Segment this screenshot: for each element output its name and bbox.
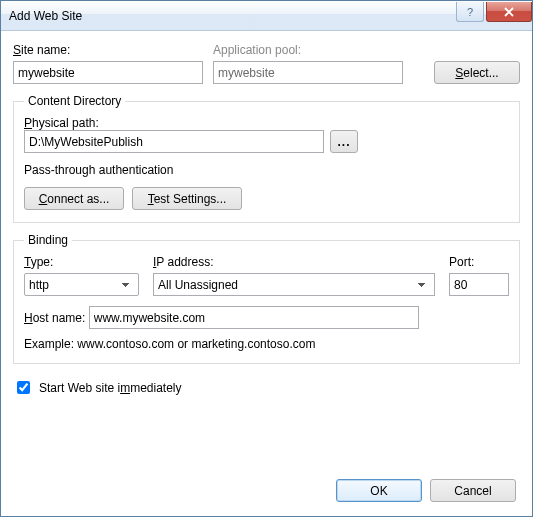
dialog-window: Add Web Site ? Site name: Application po…	[0, 0, 533, 517]
ip-label: IP address:	[153, 255, 435, 269]
connect-as-button[interactable]: Connect as...	[24, 187, 124, 210]
dialog-body: Site name: Application pool: Select... C…	[1, 31, 532, 516]
cancel-button[interactable]: Cancel	[430, 479, 516, 502]
close-icon	[504, 7, 514, 17]
titlebar-buttons: ?	[454, 1, 532, 30]
passthrough-label: Pass-through authentication	[24, 163, 509, 177]
binding-legend: Binding	[24, 233, 72, 247]
titlebar: Add Web Site ?	[1, 1, 532, 31]
ip-address-select[interactable]: All Unassigned	[153, 273, 435, 296]
select-app-pool-button[interactable]: Select...	[434, 61, 520, 84]
site-name-input[interactable]	[13, 61, 203, 84]
host-example-text: Example: www.contoso.com or marketing.co…	[24, 337, 509, 351]
start-immediately-checkbox[interactable]	[17, 381, 30, 394]
host-name-input[interactable]	[89, 306, 419, 329]
host-name-label: Host name:	[24, 311, 85, 325]
start-immediately-row: Start Web site immediately	[13, 378, 520, 397]
test-settings-button[interactable]: Test Settings...	[132, 187, 242, 210]
type-label: Type:	[24, 255, 139, 269]
close-button[interactable]	[486, 2, 532, 22]
app-pool-input	[213, 61, 403, 84]
content-directory-legend: Content Directory	[24, 94, 125, 108]
dialog-footer: OK Cancel	[13, 469, 520, 506]
physical-path-label: Physical path:	[24, 116, 99, 130]
start-immediately-label: Start Web site immediately	[39, 381, 182, 395]
port-input[interactable]	[449, 273, 509, 296]
window-title: Add Web Site	[9, 9, 454, 23]
binding-group: Binding Type: http IP address: All Unass…	[13, 233, 520, 364]
name-pool-row: Site name: Application pool: Select...	[13, 43, 520, 84]
help-button[interactable]: ?	[456, 2, 484, 22]
physical-path-input[interactable]	[24, 130, 324, 153]
port-label: Port:	[449, 255, 509, 269]
binding-type-select[interactable]: http	[24, 273, 139, 296]
browse-path-button[interactable]: ...	[330, 130, 358, 153]
content-directory-group: Content Directory Physical path: ... Pas…	[13, 94, 520, 223]
site-name-label: Site name:	[13, 43, 203, 57]
app-pool-label: Application pool:	[213, 43, 403, 57]
ok-button[interactable]: OK	[336, 479, 422, 502]
